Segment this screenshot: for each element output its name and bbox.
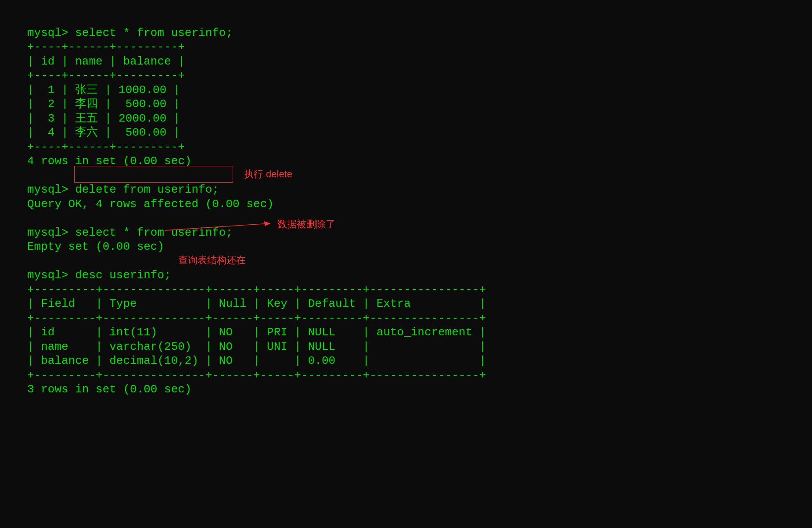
result-rows3: 3 rows in set (0.00 sec) — [27, 383, 191, 396]
cmd-delete: delete from userinfo; — [75, 183, 219, 196]
anno-schema-remain: 查询表结构还在 — [178, 254, 246, 266]
prompt: mysql> — [27, 269, 75, 282]
tbl1-row-1: | 2 | 李四 | 500.00 | — [27, 97, 180, 111]
anno-exec-delete: 执行 delete — [244, 168, 292, 180]
tbl1-border-top: +----+------+---------+ — [27, 40, 185, 54]
tbl2-border-top: +---------+---------------+------+-----+… — [27, 283, 486, 296]
tbl1-border-bot: +----+------+---------+ — [27, 140, 185, 154]
prompt: mysql> — [27, 26, 75, 40]
tbl1-row-0: | 1 | 张三 | 1000.00 | — [27, 83, 180, 97]
result-delok: Query OK, 4 rows affected (0.00 sec) — [27, 198, 274, 211]
tbl2-row-2: | balance | decimal(10,2) | NO | | 0.00 … — [27, 354, 486, 367]
tbl2-row-0: | id | int(11) | NO | PRI | NULL | auto_… — [27, 326, 486, 339]
tbl1-row-2: | 3 | 王五 | 2000.00 | — [27, 112, 180, 125]
tbl2-border-bot: +---------+---------------+------+-----+… — [27, 369, 486, 382]
tbl1-row-3: | 4 | 李六 | 500.00 | — [27, 126, 180, 139]
tbl2-header: | Field | Type | Null | Key | Default | … — [27, 297, 486, 310]
anno-data-deleted: 数据被删除了 — [277, 218, 335, 230]
prompt: mysql> — [27, 183, 75, 196]
prompt: mysql> — [27, 226, 75, 239]
terminal-output: mysql> select * from userinfo; +----+---… — [0, 0, 812, 397]
result-rows4: 4 rows in set (0.00 sec) — [27, 154, 191, 168]
tbl1-border-mid: +----+------+---------+ — [27, 69, 185, 82]
result-empty: Empty set (0.00 sec) — [27, 240, 164, 253]
cmd-select-2: select * from userinfo; — [75, 226, 233, 239]
cmd-select-1: select * from userinfo; — [75, 26, 233, 40]
tbl1-header: | id | name | balance | — [27, 55, 185, 68]
tbl2-border-mid: +---------+---------------+------+-----+… — [27, 312, 486, 325]
cmd-desc: desc userinfo; — [75, 269, 171, 282]
tbl2-row-1: | name | varchar(250) | NO | UNI | NULL … — [27, 340, 486, 353]
